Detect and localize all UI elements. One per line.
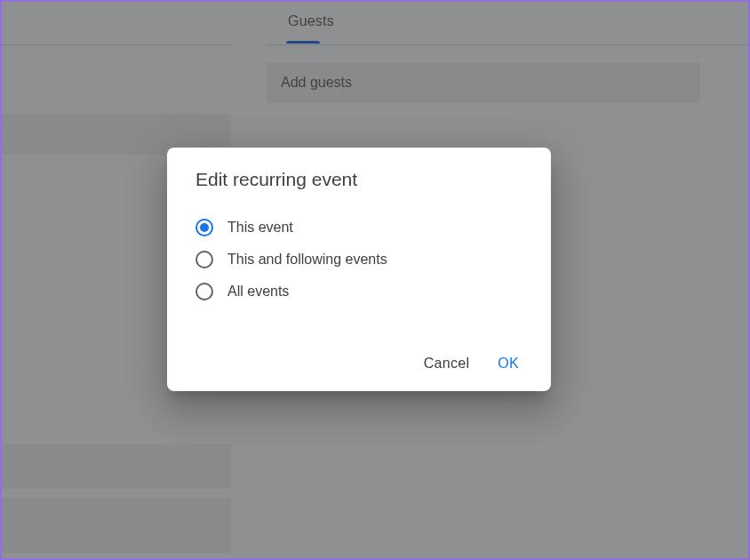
radio-icon [195, 219, 213, 236]
radio-icon [195, 283, 213, 300]
recurring-options-group: This event This and following events All… [188, 219, 530, 300]
dialog-actions: Cancel OK [188, 347, 530, 380]
cancel-button[interactable]: Cancel [413, 347, 481, 380]
radio-label-following: This and following events [227, 252, 387, 268]
dialog-title: Edit recurring event [188, 169, 530, 190]
radio-label-this: This event [227, 220, 293, 236]
radio-selected-dot [200, 223, 209, 232]
ok-button[interactable]: OK [487, 347, 530, 380]
radio-this-and-following[interactable]: This and following events [195, 251, 530, 268]
radio-label-all: All events [227, 284, 289, 300]
radio-all-events[interactable]: All events [195, 283, 530, 300]
radio-this-event[interactable]: This event [195, 219, 530, 236]
radio-icon [195, 251, 213, 268]
edit-recurring-dialog: Edit recurring event This event This and… [167, 148, 551, 391]
